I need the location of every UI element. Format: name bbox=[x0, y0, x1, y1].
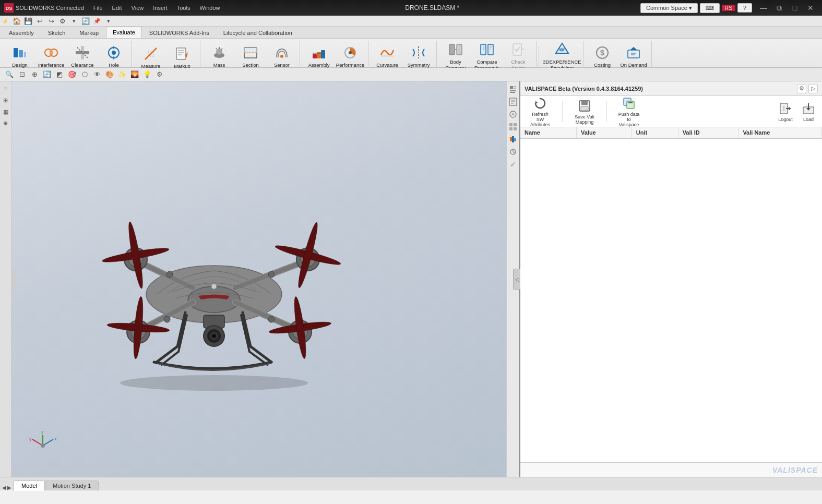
logout-btn[interactable]: Logout bbox=[774, 99, 797, 124]
tab-assembly[interactable]: Assembly bbox=[2, 27, 41, 38]
svg-rect-117 bbox=[514, 86, 516, 87]
svg-point-106 bbox=[268, 271, 275, 278]
section-properties-icon bbox=[242, 44, 259, 61]
scroll-right-arrow[interactable]: ▶ bbox=[7, 485, 11, 490]
svg-point-108 bbox=[268, 316, 275, 322]
tab-model[interactable]: Model bbox=[14, 481, 45, 491]
refresh-sw-attributes-btn[interactable]: Refresh SW Attributes bbox=[525, 94, 556, 129]
svg-rect-56 bbox=[628, 50, 639, 58]
close-btn[interactable]: ✕ bbox=[803, 2, 818, 14]
display-manager-icon[interactable] bbox=[507, 121, 519, 133]
terminal-btn[interactable]: ⌨ bbox=[700, 3, 720, 13]
svg-rect-131 bbox=[512, 136, 514, 142]
tab-solidworks-addins[interactable]: SOLIDWORKS Add-Ins bbox=[142, 27, 216, 38]
maximize-btn[interactable]: □ bbox=[788, 2, 802, 14]
property-manager-tab-icon[interactable] bbox=[507, 96, 519, 107]
section-view-icon[interactable]: ◩ bbox=[54, 69, 65, 80]
left-edge-handle[interactable] bbox=[11, 269, 16, 290]
common-space-btn[interactable]: Common Space ▾ bbox=[640, 3, 698, 13]
valispace-close-btn[interactable]: ▷ bbox=[808, 84, 818, 93]
measure-icon bbox=[142, 45, 159, 62]
load-icon bbox=[801, 101, 816, 116]
svg-rect-38 bbox=[381, 55, 394, 57]
command-strip: 🔍 ⊡ ⊕ 🔄 ◩ 🎯 ⬡ 👁 🎨 ✨ 🌄 💡 ⚙ bbox=[0, 68, 822, 81]
simulation-icon[interactable] bbox=[507, 134, 519, 145]
menu-edit[interactable]: Edit bbox=[108, 4, 126, 12]
check-active-document-icon bbox=[510, 41, 527, 58]
valispace-settings-btn[interactable]: ⚙ bbox=[797, 84, 806, 93]
svg-rect-41 bbox=[457, 44, 462, 55]
tab-markup[interactable]: Markup bbox=[73, 27, 105, 38]
load-label: Load bbox=[803, 117, 814, 122]
scroll-left-arrow[interactable]: ◀ bbox=[2, 485, 6, 490]
assembly-visualization-icon bbox=[311, 44, 327, 61]
push-data-btn[interactable]: Push data to Valispace bbox=[613, 94, 645, 129]
tab-lifecycle[interactable]: Lifecycle and Collaboration bbox=[217, 27, 299, 38]
svg-point-62 bbox=[188, 286, 240, 313]
material-icon[interactable]: 🎨 bbox=[104, 69, 115, 80]
menu-file[interactable]: File bbox=[89, 4, 107, 12]
svg-rect-139 bbox=[627, 101, 634, 109]
app-logo[interactable]: DS SOLIDWORKS Connected bbox=[4, 3, 84, 13]
restore-btn[interactable]: ⧉ bbox=[772, 2, 787, 14]
col-name: Name bbox=[520, 127, 577, 138]
help-btn[interactable]: ? bbox=[737, 3, 752, 13]
display-pane-icon[interactable]: ⊕ bbox=[1, 118, 11, 128]
svg-point-103 bbox=[212, 334, 216, 338]
config-manager-icon[interactable]: ▦ bbox=[1, 106, 11, 117]
tab-sketch[interactable]: Sketch bbox=[41, 27, 73, 38]
panel-collapse-btn[interactable]: ◁ bbox=[513, 269, 520, 290]
qa-home[interactable]: 🏠 bbox=[11, 16, 22, 26]
app-name: SOLIDWORKS Connected bbox=[16, 5, 84, 11]
save-vali-mapping-btn[interactable]: Save Vali Mapping bbox=[569, 97, 600, 127]
valispace-panel: ◁ VALISPACE Beta (Version 0.4.3.8164.412… bbox=[519, 81, 822, 477]
qa-more2[interactable]: ▾ bbox=[103, 16, 114, 26]
menu-insert[interactable]: Insert bbox=[149, 4, 172, 12]
motion-manager-icon[interactable] bbox=[507, 146, 519, 158]
lighting-icon[interactable]: 💡 bbox=[142, 69, 152, 80]
hide-icon[interactable]: 👁 bbox=[92, 69, 102, 80]
svg-rect-120 bbox=[510, 92, 515, 93]
valispace-window-controls: ⚙ ▷ bbox=[797, 84, 818, 93]
qa-options[interactable]: ⚙ bbox=[57, 16, 68, 26]
zoom-fit-icon[interactable]: ⊡ bbox=[17, 69, 27, 80]
check-manager-icon[interactable]: ✓ bbox=[507, 159, 519, 170]
search-icon[interactable]: 🔍 bbox=[4, 69, 15, 80]
minimize-btn[interactable]: — bbox=[756, 2, 771, 14]
qa-more[interactable]: ▾ bbox=[69, 16, 79, 26]
symmetry-check-icon bbox=[410, 44, 427, 61]
qa-rotate[interactable]: 🔄 bbox=[80, 16, 91, 26]
menu-view[interactable]: View bbox=[127, 4, 148, 12]
svg-rect-19 bbox=[176, 48, 186, 59]
svg-point-115 bbox=[41, 443, 45, 448]
rotate-view-icon[interactable]: 🔄 bbox=[42, 69, 52, 80]
menu-tools[interactable]: Tools bbox=[173, 4, 195, 12]
view-orient-icon[interactable]: 🎯 bbox=[67, 69, 77, 80]
load-btn[interactable]: Load bbox=[799, 99, 818, 124]
menu-window[interactable]: Window bbox=[195, 4, 224, 12]
feature-manager-icon[interactable] bbox=[507, 83, 519, 95]
document-title: DRONE.SLDASM * bbox=[224, 4, 640, 11]
tab-motion-study-1[interactable]: Motion Study 1 bbox=[45, 481, 99, 490]
hole-alignment-icon bbox=[105, 44, 122, 61]
config-manager-tab-icon[interactable] bbox=[507, 109, 519, 120]
feature-tree-icon[interactable]: ≡ bbox=[1, 83, 11, 94]
zoom-area-icon[interactable]: ⊕ bbox=[29, 69, 40, 80]
col-value: Value bbox=[577, 127, 632, 138]
qa-save[interactable]: 💾 bbox=[23, 16, 33, 26]
qa-redo[interactable]: ↪ bbox=[46, 16, 56, 26]
property-manager-icon[interactable]: ⊞ bbox=[1, 95, 11, 105]
svg-rect-127 bbox=[514, 123, 517, 126]
appearance-icon[interactable]: ✨ bbox=[117, 69, 127, 80]
user-icon-btn[interactable]: RS bbox=[722, 5, 735, 11]
qa-pin[interactable]: 📌 bbox=[92, 16, 102, 26]
scene-icon[interactable]: 🌄 bbox=[129, 69, 140, 80]
compare-documents-icon bbox=[479, 41, 495, 58]
svg-text:DS: DS bbox=[6, 6, 13, 11]
ribbon: ⚡ 🏠 💾 ↩ ↪ ⚙ ▾ 🔄 📌 ▾ Assembly Sketch Mark… bbox=[0, 16, 822, 68]
tab-evaluate[interactable]: Evaluate bbox=[106, 27, 142, 38]
svg-rect-43 bbox=[481, 44, 486, 55]
qa-undo[interactable]: ↩ bbox=[34, 16, 45, 26]
display-style-icon[interactable]: ⬡ bbox=[79, 69, 90, 80]
view-settings-icon[interactable]: ⚙ bbox=[154, 69, 165, 80]
